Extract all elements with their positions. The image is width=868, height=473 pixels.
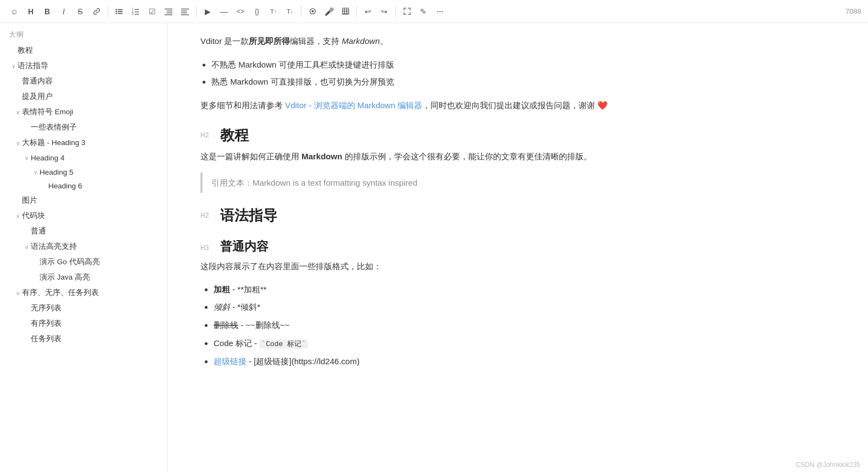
code-block-btn[interactable]: {}: [249, 4, 265, 19]
svg-rect-1: [117, 9, 122, 10]
outline-unordered[interactable]: 无序列表: [0, 301, 167, 316]
redo-btn[interactable]: ↪: [377, 4, 392, 19]
outline-code-chevron[interactable]: ∨: [13, 212, 22, 220]
link-btn[interactable]: [89, 4, 104, 19]
more-info-paragraph: 更多细节和用法请参考 Vditor - 浏览器端的 Markdown 编辑器，同…: [200, 98, 835, 113]
sub-btn[interactable]: T↓: [282, 4, 298, 19]
editor-content[interactable]: Vditor 是一款所见即所得编辑器，支持 Markdown。 不熟悉 Mark…: [167, 23, 868, 473]
more-info-text1: 更多细节和用法请参考: [200, 101, 285, 110]
outline-putong[interactable]: 普通内容: [0, 74, 167, 89]
heading-btn[interactable]: H: [23, 4, 38, 19]
edit-mode-btn[interactable]: ✎: [416, 4, 431, 19]
svg-point-2: [115, 10, 117, 12]
svg-point-21: [311, 10, 313, 12]
outline-go-code[interactable]: 演示 Go 代码高亮: [0, 254, 167, 270]
toolbar-divider-3: [301, 6, 301, 17]
outline-yufa-label: 语法指导: [18, 61, 167, 71]
toolbar-divider-2: [196, 6, 197, 17]
italic-btn[interactable]: I: [56, 4, 71, 19]
outline-syntax-highlight-chevron[interactable]: ∨: [22, 242, 31, 251]
outline-task-label: 任务列表: [31, 334, 167, 344]
svg-rect-11: [135, 14, 139, 14]
toolbar-divider-5: [395, 6, 396, 17]
svg-point-4: [115, 13, 117, 14]
indent-btn[interactable]: [161, 4, 176, 19]
svg-rect-17: [181, 10, 187, 11]
outline-java-code-label: 演示 Java 高亮: [40, 272, 167, 282]
strikethrough-btn[interactable]: S: [72, 4, 88, 19]
format-code-item: Code 标记 - `Code 标记`: [214, 336, 835, 351]
outline-heading3[interactable]: ∨大标题 - Heading 3: [0, 135, 167, 151]
hr-btn[interactable]: —: [216, 4, 232, 19]
fullscreen-btn[interactable]: [399, 4, 415, 19]
toolbar: ☺ H B I S 1.2.3. ☑ ▶ — <> {} T↑ T↓ 🎤 ↩ ↪…: [0, 0, 868, 23]
h2-jiaocheng-label: H2: [200, 126, 220, 139]
outline-code[interactable]: ∨代码块: [0, 208, 167, 224]
svg-rect-18: [181, 12, 187, 13]
jiaocheng-para-2: 的排版示例，学会这个很有必要，能让你的文章有更佳清晰的排版。: [342, 152, 591, 161]
mic-btn[interactable]: 🎤: [321, 4, 337, 19]
outline-tiji[interactable]: 提及用户: [0, 89, 167, 104]
outline-heading5[interactable]: ∨Heading 5: [0, 165, 167, 179]
outline-syntax-highlight[interactable]: ∨语法高亮支持: [0, 239, 167, 254]
outline-list[interactable]: ∨有序、无序、任务列表: [0, 285, 167, 301]
outline-heading6[interactable]: Heading 6: [0, 179, 167, 193]
putong-paragraph: 这段内容展示了在内容里面一些排版格式，比如：: [200, 259, 835, 274]
jiaocheng-para-1: 这是一篇讲解如何正确使用: [200, 152, 301, 161]
outline-heading4[interactable]: ∨Heading 4: [0, 151, 167, 165]
h3-putong-block: H3 普通内容: [200, 238, 835, 255]
svg-rect-3: [117, 11, 122, 12]
intro-bullet-1: 不熟悉 Markdown 可使用工具栏或快捷键进行排版: [211, 57, 835, 72]
outline-emoji-chevron[interactable]: ∨: [13, 108, 22, 116]
more-btn[interactable]: ···: [432, 4, 447, 19]
ordered-list-btn[interactable]: 1.2.3.: [128, 4, 143, 19]
svg-rect-14: [167, 12, 173, 13]
outline-code-normal-label: 普通: [31, 226, 167, 236]
outline-code-normal[interactable]: 普通: [0, 224, 167, 239]
undo-btn[interactable]: ↩: [360, 4, 376, 19]
outline-task[interactable]: 任务列表: [0, 331, 167, 347]
outline-heading4-chevron[interactable]: ∨: [22, 153, 31, 162]
outline-heading3-chevron[interactable]: ∨: [13, 138, 22, 147]
emoji-btn[interactable]: ☺: [7, 4, 22, 19]
svg-rect-5: [117, 13, 122, 14]
table-btn[interactable]: [338, 4, 353, 19]
outline-tiji-label: 提及用户: [22, 92, 167, 102]
vditor-link[interactable]: Vditor - 浏览器端的 Markdown 编辑器: [285, 101, 422, 110]
sup-btn[interactable]: T↑: [266, 4, 281, 19]
outline-heading5-label: Heading 5: [40, 168, 167, 176]
formatting-bullet-list: 加粗 - **加粗** 倾斜 - *倾斜* 删除线 - ~~删除线~~ Code…: [214, 282, 835, 369]
record-btn[interactable]: [305, 4, 320, 19]
outline-go-code-label: 演示 Go 代码高亮: [40, 257, 167, 267]
intro-paragraph: Vditor 是一款所见即所得编辑器，支持 Markdown。: [200, 34, 835, 48]
unordered-list-btn[interactable]: [111, 4, 127, 19]
outline-heading4-label: Heading 4: [31, 154, 167, 162]
outline-panel: 大纲 教程∨语法指导普通内容提及用户∨表情符号 Emoji一些表情例子∨大标题 …: [0, 23, 167, 473]
outline-yufa[interactable]: ∨语法指导: [0, 58, 167, 74]
outdent-btn[interactable]: [177, 4, 193, 19]
outline-emoji-example-label: 一些表情例子: [31, 123, 167, 132]
outline-ordered[interactable]: 有序列表: [0, 316, 167, 331]
task-list-btn[interactable]: ☑: [144, 4, 160, 19]
bold-btn[interactable]: B: [40, 4, 55, 19]
h2-yufa: 语法指导: [220, 206, 277, 225]
outline-java-code[interactable]: 演示 Java 高亮: [0, 270, 167, 285]
outline-emoji-example[interactable]: 一些表情例子: [0, 120, 167, 135]
outline-heading6-label: Heading 6: [48, 182, 167, 190]
outline-jiaocheng[interactable]: 教程: [0, 43, 167, 58]
outline-list-chevron[interactable]: ∨: [13, 288, 22, 297]
watermark: CSDN @Johnlook235: [796, 461, 860, 469]
svg-rect-19: [181, 14, 189, 15]
inline-code-btn[interactable]: <>: [233, 4, 248, 19]
outline-code-label: 代码块: [22, 211, 167, 221]
jiaocheng-paragraph: 这是一篇讲解如何正确使用 Markdown 的排版示例，学会这个很有必要，能让你…: [200, 149, 835, 164]
outline-heading5-chevron[interactable]: ∨: [31, 168, 40, 176]
h2-jiaocheng: 教程: [220, 126, 249, 145]
outline-emoji[interactable]: ∨表情符号 Emoji: [0, 104, 167, 120]
outline-image[interactable]: 图片: [0, 193, 167, 208]
jiaocheng-bold: Markdown: [301, 152, 342, 161]
toolbar-divider-4: [356, 6, 357, 17]
outline-image-label: 图片: [22, 196, 167, 205]
outline-yufa-chevron[interactable]: ∨: [9, 62, 18, 70]
run-btn[interactable]: ▶: [200, 4, 215, 19]
